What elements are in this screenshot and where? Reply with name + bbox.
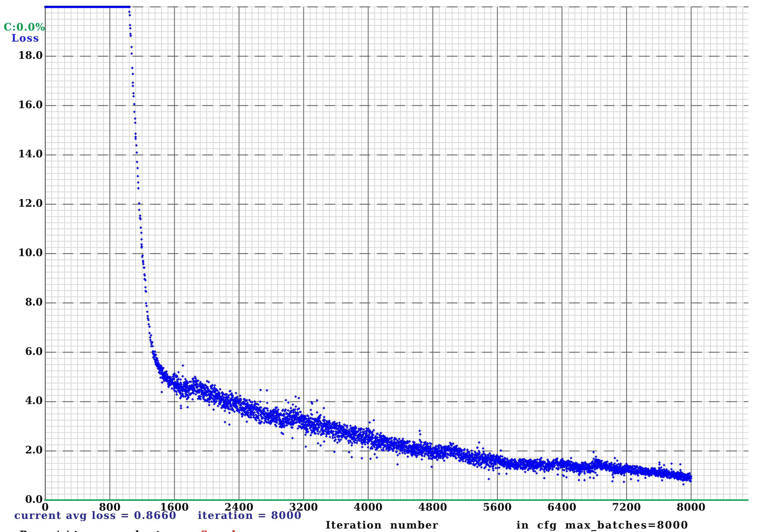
x-tick-label: 4800 <box>418 502 447 512</box>
y-tick-label: 2.0 <box>0 445 43 455</box>
y-tick-label: 18.0 <box>0 50 43 60</box>
loss-curve-canvas <box>0 0 758 532</box>
y-tick-label: 0.0 <box>0 494 43 504</box>
precision-label: C:0.0% <box>4 22 46 32</box>
training-loss-chart: C:0.0% Loss 0.02.04.06.08.010.012.014.01… <box>0 0 758 532</box>
loss-axis-title: Loss <box>12 33 40 43</box>
save-hint: Press 's' to save : chart.png <box>19 529 192 532</box>
status-line: current avg loss = 0.8660 iteration = 80… <box>14 511 302 520</box>
x-tick-label: 4000 <box>354 502 383 512</box>
saved-indicator: - Saved <box>192 529 236 532</box>
y-tick-label: 12.0 <box>0 198 43 208</box>
y-tick-label: 10.0 <box>0 248 43 258</box>
y-tick-label: 14.0 <box>0 149 43 159</box>
y-tick-label: 6.0 <box>0 347 43 356</box>
y-tick-label: 8.0 <box>0 297 43 307</box>
x-tick-label: 6400 <box>547 502 576 512</box>
y-tick-label: 4.0 <box>0 396 43 406</box>
save-line: Press 's' to save : chart.png - Saved <box>4 519 236 532</box>
cfg-label: in cfg max_batches=8000 <box>517 520 689 530</box>
x-tick-label: 7200 <box>612 502 641 512</box>
x-tick-label: 8000 <box>677 502 706 512</box>
x-axis-label: Iteration number <box>326 520 439 530</box>
x-tick-label: 5600 <box>483 502 512 512</box>
y-tick-label: 16.0 <box>0 100 43 110</box>
